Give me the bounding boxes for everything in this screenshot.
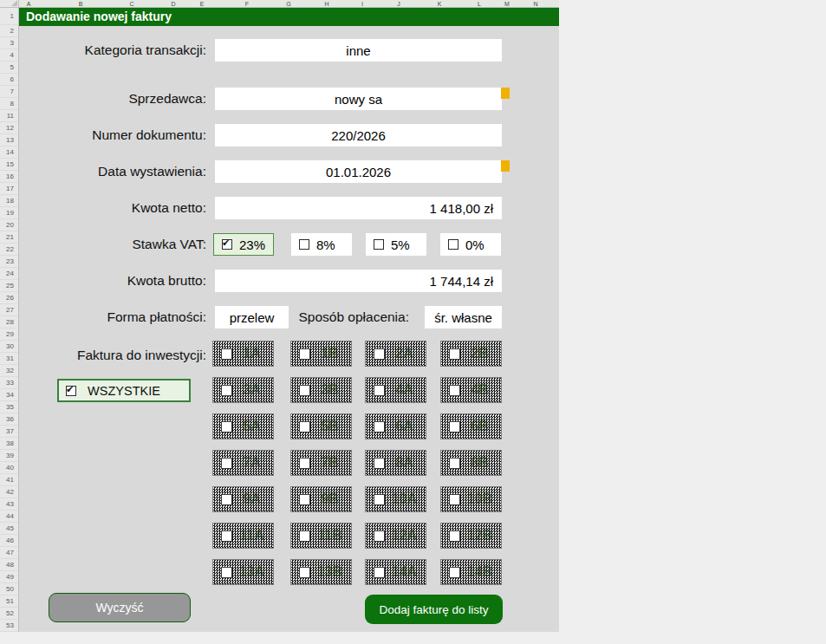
- row-header-48[interactable]: 48: [0, 559, 18, 571]
- investment-option-9B[interactable]: 9B: [290, 486, 352, 512]
- row-header-53[interactable]: 53: [0, 620, 18, 632]
- row-header-47[interactable]: 47: [0, 547, 18, 559]
- row-header-39[interactable]: 39: [0, 450, 18, 462]
- investment-option-1B[interactable]: 1B: [290, 341, 352, 367]
- row-header-41[interactable]: 41: [0, 474, 18, 486]
- numer-dokumentu-field[interactable]: 220/2026: [215, 124, 502, 146]
- row-header-38[interactable]: 38: [0, 438, 18, 450]
- row-header-33[interactable]: 33: [0, 377, 18, 389]
- vat-option-5[interactable]: 5%: [366, 233, 426, 256]
- investment-option-8A[interactable]: 8A: [365, 450, 426, 476]
- column-header-K[interactable]: K: [432, 0, 447, 8]
- column-header-F[interactable]: F: [239, 0, 255, 8]
- row-header-49[interactable]: 49: [0, 571, 18, 583]
- row-header-36[interactable]: 36: [0, 413, 18, 426]
- row-header-29[interactable]: 29: [0, 329, 18, 341]
- column-header-G[interactable]: G: [281, 0, 296, 8]
- row-header-31[interactable]: 31: [0, 353, 18, 365]
- row-header-20[interactable]: 20: [0, 219, 18, 231]
- column-header-N[interactable]: N: [528, 0, 543, 8]
- investment-option-10A[interactable]: 10A: [365, 486, 426, 512]
- row-header-50[interactable]: 50: [0, 583, 18, 595]
- row-header-2[interactable]: 2: [0, 25, 18, 37]
- row-header-32[interactable]: 32: [0, 365, 18, 377]
- row-header-40[interactable]: 40: [0, 462, 18, 474]
- row-header-44[interactable]: 44: [0, 511, 18, 523]
- investment-option-7A[interactable]: 7A: [212, 450, 274, 476]
- investment-option-3B[interactable]: 3B: [290, 377, 352, 403]
- row-header-4[interactable]: 4: [0, 49, 18, 62]
- select-all-corner[interactable]: [0, 0, 19, 8]
- row-header-30[interactable]: 30: [0, 341, 18, 353]
- row-header-18[interactable]: 18: [0, 195, 18, 207]
- vat-option-0[interactable]: 0%: [440, 233, 501, 256]
- investment-option-1A[interactable]: 1A: [212, 341, 274, 367]
- investment-option-6A[interactable]: 6A: [365, 413, 426, 439]
- row-header-1[interactable]: 1: [0, 8, 18, 25]
- kategoria-field[interactable]: inne: [215, 39, 502, 62]
- row-header-26[interactable]: 26: [0, 292, 18, 304]
- row-header-7[interactable]: 7: [0, 86, 18, 98]
- investment-option-8B[interactable]: 8B: [440, 450, 502, 476]
- investment-option-12A[interactable]: 12A: [365, 523, 426, 549]
- investment-option-2A[interactable]: 2A: [365, 341, 426, 367]
- row-header-5[interactable]: 5: [0, 62, 18, 74]
- row-header-46[interactable]: 46: [0, 535, 18, 547]
- row-header-23[interactable]: 23: [0, 256, 18, 268]
- investment-option-14B[interactable]: 14B: [440, 559, 502, 585]
- investment-option-7B[interactable]: 7B: [290, 450, 352, 476]
- column-header-J[interactable]: J: [391, 0, 406, 8]
- row-header-6[interactable]: 6: [0, 74, 18, 86]
- investment-option-10B[interactable]: 10B: [440, 486, 502, 512]
- row-header-8[interactable]: 8: [0, 98, 18, 110]
- vat-option-23[interactable]: 23%: [213, 233, 274, 256]
- investment-option-13B[interactable]: 13B: [290, 559, 352, 585]
- sposob-oplacenia-field[interactable]: śr. własne: [425, 306, 502, 329]
- row-header-21[interactable]: 21: [0, 231, 18, 244]
- sprzedawca-field[interactable]: nowy sa: [215, 88, 502, 110]
- row-header-42[interactable]: 42: [0, 486, 18, 498]
- column-header-D[interactable]: D: [166, 0, 181, 8]
- row-header-11[interactable]: 11: [0, 110, 18, 122]
- row-header-43[interactable]: 43: [0, 498, 18, 511]
- vat-option-8[interactable]: 8%: [291, 233, 352, 256]
- column-header-M[interactable]: M: [499, 0, 515, 8]
- wszystkie-checkbox[interactable]: WSZYSTKIE: [57, 379, 191, 402]
- row-header-51[interactable]: 51: [0, 595, 18, 608]
- column-header-B[interactable]: B: [73, 0, 88, 8]
- investment-option-11A[interactable]: 11A: [212, 523, 274, 549]
- investment-option-9A[interactable]: 9A: [212, 486, 274, 512]
- row-header-19[interactable]: 19: [0, 207, 18, 219]
- row-header-28[interactable]: 28: [0, 316, 18, 329]
- row-header-13[interactable]: 13: [0, 134, 18, 146]
- kwota-brutto-field[interactable]: 1 744,14 zł: [215, 270, 502, 292]
- investment-option-3A[interactable]: 3A: [212, 377, 274, 403]
- row-header-34[interactable]: 34: [0, 389, 18, 401]
- row-header-17[interactable]: 17: [0, 183, 18, 195]
- row-header-45[interactable]: 45: [0, 523, 18, 535]
- row-header-22[interactable]: 22: [0, 244, 18, 256]
- investment-option-5A[interactable]: 5A: [212, 413, 274, 439]
- column-header-I[interactable]: I: [354, 0, 370, 8]
- column-header-H[interactable]: H: [319, 0, 335, 8]
- investment-option-12B[interactable]: 12B: [440, 523, 502, 549]
- row-header-37[interactable]: 37: [0, 426, 18, 438]
- clear-button[interactable]: Wyczyść: [49, 593, 191, 622]
- investment-option-11B[interactable]: 11B: [290, 523, 352, 549]
- row-header-12[interactable]: 12: [0, 122, 18, 134]
- row-header-3[interactable]: 3: [0, 37, 18, 49]
- row-header-25[interactable]: 25: [0, 280, 18, 292]
- column-header-L[interactable]: L: [472, 0, 487, 8]
- row-header-16[interactable]: 16: [0, 171, 18, 183]
- data-wystawienia-field[interactable]: 01.01.2026: [215, 160, 502, 183]
- row-header-14[interactable]: 14: [0, 146, 18, 159]
- investment-option-4B[interactable]: 4B: [440, 377, 502, 403]
- investment-option-13A[interactable]: 13A: [212, 559, 274, 585]
- investment-option-6B[interactable]: 6B: [440, 413, 502, 439]
- investment-option-14A[interactable]: 14A: [365, 559, 426, 585]
- row-header-52[interactable]: 52: [0, 608, 18, 620]
- investment-option-5B[interactable]: 5B: [290, 413, 352, 439]
- investment-option-2B[interactable]: 2B: [440, 341, 502, 367]
- row-header-15[interactable]: 15: [0, 159, 18, 171]
- row-header-27[interactable]: 27: [0, 304, 18, 316]
